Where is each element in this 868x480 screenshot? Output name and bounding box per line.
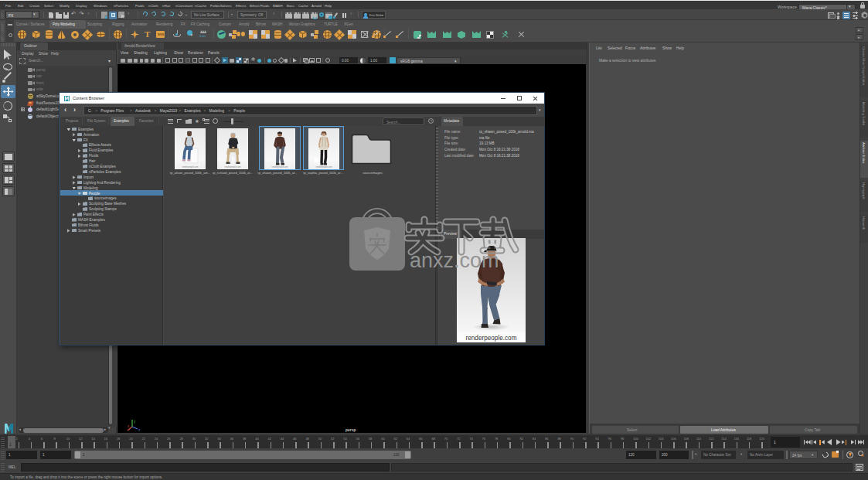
svg-text:renderpeople.com: renderpeople.com — [316, 165, 332, 169]
svg-text:renderpeople.com: renderpeople.com — [466, 335, 517, 342]
svg-text:anxz.com: anxz.com — [410, 249, 499, 272]
svg-text:renderpeople.com: renderpeople.com — [272, 165, 288, 169]
svg-text:y: y — [134, 420, 136, 424]
svg-text:renderpeople.com: renderpeople.com — [182, 165, 199, 169]
svg-text:renderpeople.com: renderpeople.com — [225, 165, 241, 169]
svg-text:x: x — [128, 424, 130, 428]
svg-text:z: z — [138, 428, 141, 432]
